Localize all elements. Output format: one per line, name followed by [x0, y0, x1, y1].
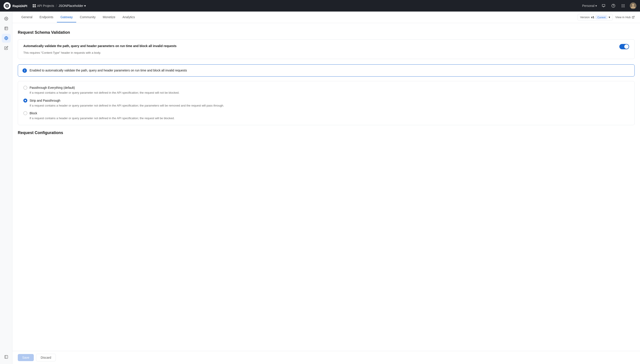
version-number: v1: [591, 16, 594, 19]
breadcrumb: API Projects / JSONPlaceholder ▾: [33, 4, 580, 8]
svg-point-5: [623, 4, 623, 5]
api-projects-label: API Projects: [37, 4, 54, 8]
app-layout: General Endpoints Gateway Community Mone…: [0, 12, 640, 364]
topnav-right: Personal ▾: [582, 2, 636, 9]
external-link-icon: [632, 16, 635, 19]
tab-bar-actions: Version v1 Current ▾ View in Hub: [578, 14, 635, 21]
svg-rect-17: [5, 355, 8, 358]
svg-point-1: [7, 5, 8, 6]
view-in-hub-label: View in Hub: [615, 16, 631, 19]
sidebar-item-globe[interactable]: [2, 34, 11, 42]
section-title: Request Schema Validation: [18, 30, 635, 35]
radio-label-passthrough[interactable]: Passthrough Everything (default): [23, 86, 629, 90]
radio-desc-passthrough: If a request contains a header or query …: [30, 90, 629, 95]
main-content: General Endpoints Gateway Community Mone…: [13, 12, 640, 364]
radio-option-passthrough: Passthrough Everything (default) If a re…: [23, 86, 629, 95]
project-chevron-icon: ▾: [84, 4, 86, 8]
tab-community[interactable]: Community: [76, 12, 99, 22]
toggle-title: Automatically validate the path, query a…: [23, 44, 616, 48]
svg-line-18: [633, 16, 634, 18]
svg-point-7: [621, 6, 622, 6]
notifications-button[interactable]: [600, 3, 607, 9]
app-logo[interactable]: RapidAPI: [4, 2, 27, 9]
svg-point-12: [624, 7, 625, 7]
toggle-subtitle: This requires "Content-Type" header in r…: [23, 51, 629, 54]
tab-general[interactable]: General: [18, 12, 36, 22]
radio-desc-strip: If a request contains a header or query …: [30, 104, 629, 108]
schema-validation-toggle[interactable]: [619, 44, 629, 49]
help-button[interactable]: [610, 3, 616, 9]
tab-list: General Endpoints Gateway Community Mone…: [18, 12, 578, 22]
project-name-text: JSONPlaceholder: [59, 4, 83, 8]
version-current-badge: Current: [595, 16, 607, 19]
info-box: i Enabled to automatically validate the …: [18, 64, 635, 76]
svg-point-15: [6, 18, 7, 19]
tab-monetize[interactable]: Monetize: [99, 12, 119, 22]
workspace-label: Personal: [582, 4, 594, 8]
sidebar-item-settings[interactable]: [2, 14, 11, 23]
toggle-text: Automatically validate the path, query a…: [23, 44, 616, 49]
svg-point-9: [624, 6, 625, 6]
breadcrumb-separator: /: [56, 4, 57, 8]
radio-label-strip[interactable]: Strip and Passthrough: [23, 98, 629, 102]
save-button[interactable]: Save: [18, 354, 34, 361]
radio-input-strip[interactable]: [23, 98, 27, 102]
view-in-hub-button[interactable]: View in Hub: [615, 16, 635, 19]
api-projects-link[interactable]: API Projects: [33, 4, 54, 8]
apps-grid-button[interactable]: [620, 3, 626, 9]
user-avatar[interactable]: [630, 2, 636, 9]
version-label: Version: [580, 16, 589, 19]
toggle-thumb: [624, 44, 629, 49]
svg-point-4: [621, 4, 622, 5]
sidebar: [0, 12, 13, 364]
radio-option-strip: Strip and Passthrough If a request conta…: [23, 98, 629, 108]
radio-name-passthrough: Passthrough Everything (default): [30, 86, 75, 90]
svg-point-10: [621, 7, 622, 7]
workspace-selector[interactable]: Personal ▾: [582, 4, 597, 8]
info-icon: i: [23, 68, 27, 73]
project-name[interactable]: JSONPlaceholder ▾: [59, 4, 86, 8]
radio-name-strip: Strip and Passthrough: [30, 99, 60, 102]
tab-gateway[interactable]: Gateway: [57, 12, 76, 22]
logo-icon: [4, 2, 11, 9]
info-text: Enabled to automatically validate the pa…: [30, 68, 187, 73]
tab-bar: General Endpoints Gateway Community Mone…: [13, 12, 640, 23]
svg-point-11: [623, 7, 623, 7]
svg-point-8: [623, 6, 623, 6]
svg-point-3: [613, 6, 613, 7]
tab-endpoints[interactable]: Endpoints: [36, 12, 57, 22]
radio-desc-block: If a request contains a header or query …: [30, 116, 629, 120]
version-selector[interactable]: Version v1 Current ▾: [578, 14, 613, 21]
svg-point-6: [624, 4, 625, 5]
radio-input-block[interactable]: [23, 111, 27, 115]
radio-label-block[interactable]: Block: [23, 111, 629, 115]
sidebar-item-collapse[interactable]: [2, 352, 11, 361]
radio-input-passthrough[interactable]: [23, 86, 27, 90]
request-configurations-title: Request Configurations: [18, 130, 635, 135]
version-chevron-icon: ▾: [609, 16, 610, 19]
app-name: RapidAPI: [13, 4, 27, 8]
toggle-row: Automatically validate the path, query a…: [23, 44, 629, 49]
radio-name-block: Block: [30, 112, 37, 115]
sidebar-item-testing[interactable]: [2, 24, 11, 33]
topnav: RapidAPI API Projects / JSONPlaceholder …: [0, 0, 640, 12]
tab-analytics[interactable]: Analytics: [119, 12, 138, 22]
radio-option-block: Block If a request contains a header or …: [23, 111, 629, 120]
toggle-card: Automatically validate the path, query a…: [18, 39, 635, 59]
svg-point-14: [632, 4, 634, 6]
content-scroll: Request Schema Validation Automatically …: [13, 23, 640, 351]
workspace-chevron-icon: ▾: [595, 4, 597, 8]
radio-options-card: Passthrough Everything (default) If a re…: [18, 81, 635, 125]
grid-icon: [33, 4, 36, 7]
save-bar: Save Discard: [13, 351, 640, 364]
sidebar-item-edit[interactable]: [2, 44, 11, 52]
discard-button[interactable]: Discard: [36, 354, 56, 361]
